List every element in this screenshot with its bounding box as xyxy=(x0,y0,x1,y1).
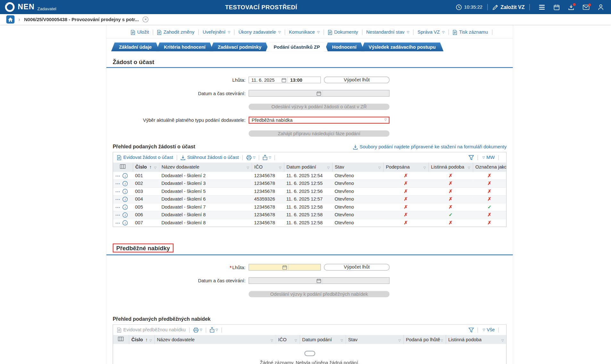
toolbar-item[interactable]: Uložit ▽ xyxy=(127,29,153,35)
toolbar-item[interactable]: Nestandardní stav ▽ xyxy=(362,29,413,35)
column-header[interactable]: ▽ Číslo ↑ xyxy=(133,162,159,171)
info-icon[interactable]: i xyxy=(123,212,128,218)
toolbar-item[interactable]: Zahodit změny ▽ xyxy=(153,29,198,35)
calendar-icon[interactable] xyxy=(280,78,287,82)
row-menu-icon[interactable]: ••• xyxy=(115,221,120,225)
print-options-caret-icon[interactable]: ▽ xyxy=(253,156,255,159)
filter-caret-icon[interactable]: ▽ xyxy=(441,339,443,342)
deadline-time-value[interactable]: 13:00 xyxy=(287,77,320,83)
filter-caret-icon[interactable]: ▽ xyxy=(154,166,157,170)
close-tab-icon[interactable]: ✕ xyxy=(143,16,148,22)
info-icon[interactable]: i xyxy=(123,220,128,226)
calc-deadlines-button[interactable]: Výpočet lhůt xyxy=(324,264,390,271)
print-button[interactable] xyxy=(193,327,199,333)
tab[interactable]: Hodnocení xyxy=(324,42,364,51)
column-header[interactable]: ▽ Podepsána ↑ xyxy=(383,162,428,171)
column-header[interactable]: ▽ IČO ↑ xyxy=(276,335,300,344)
row-menu-icon[interactable]: ••• xyxy=(115,205,120,209)
filter-caret-icon[interactable]: ▽ xyxy=(295,339,297,342)
profile-button[interactable] xyxy=(598,4,604,10)
column-header[interactable]: ▽ Stav ↑ xyxy=(332,162,383,171)
column-header[interactable]: ▽ IČO ↑ xyxy=(252,162,284,171)
export-button[interactable] xyxy=(210,327,214,333)
export-options-caret-icon[interactable]: ▽ xyxy=(216,328,218,332)
messages-button[interactable] xyxy=(583,4,590,10)
info-icon[interactable]: i xyxy=(123,205,128,210)
table-row[interactable]: •••i 006 Dodavatel - školení 8 12345678 … xyxy=(113,211,506,219)
row-menu-icon[interactable]: ••• xyxy=(115,182,120,186)
filter-caret-icon[interactable]: ▽ xyxy=(501,339,504,342)
filter-icon[interactable] xyxy=(468,155,474,160)
export-button[interactable] xyxy=(263,155,268,160)
calendar-button[interactable] xyxy=(554,4,559,10)
tab[interactable]: Základní údaje xyxy=(111,42,160,51)
deadline-date-value[interactable]: 11. 6. 2025 xyxy=(249,77,280,83)
filter-caret-icon[interactable]: ▽ xyxy=(271,339,273,342)
register-request-button[interactable]: Evidovat žádost o účast xyxy=(117,155,173,160)
column-header[interactable]: ▽ Stav ↑ xyxy=(346,335,403,344)
deadline-datetime-input[interactable]: 11. 6. 2025 13:00 xyxy=(249,77,321,83)
home-button[interactable] xyxy=(6,15,15,24)
toolbar-item[interactable]: Dokumenty ▽ xyxy=(324,29,362,35)
tab[interactable]: Kritéria hodnocení xyxy=(156,42,213,51)
table-row[interactable]: •••i 005 Dodavatel - školení 7 12345678 … xyxy=(113,203,506,211)
menu-button[interactable] xyxy=(539,4,545,10)
filter-caret-icon[interactable]: ▽ xyxy=(279,166,282,170)
filter-caret-icon[interactable]: ▽ xyxy=(247,166,249,170)
filter-caret-icon[interactable]: ▽ xyxy=(424,166,426,170)
column-header[interactable]: ▽ Podaná po lhůtě ↑ xyxy=(403,335,446,344)
tab[interactable]: Podání účastníků ZP xyxy=(266,42,328,51)
table-row[interactable]: •••i 007 Dodavatel - školení 8 12345678 … xyxy=(113,219,506,227)
brand-home-link[interactable]: NEN Zadavatel xyxy=(5,2,56,12)
downloads-button[interactable] xyxy=(568,4,574,10)
filter-caret-icon[interactable]: ▽ xyxy=(468,166,470,170)
submission-files-link[interactable]: Soubory podání najdete připravené ke sta… xyxy=(353,144,507,150)
toolbar-item[interactable]: Uveřejnění ▽ xyxy=(198,29,234,35)
tab[interactable]: Výsledek zadávacího postupu xyxy=(361,42,443,51)
filter-caret-icon[interactable]: ▽ xyxy=(149,339,152,342)
view-selector[interactable]: Vše xyxy=(487,327,495,333)
toolbar-item[interactable]: Správa VZ ▽ xyxy=(413,29,449,35)
view-selector[interactable]: MW xyxy=(486,155,495,160)
column-chooser-button[interactable] xyxy=(113,335,129,344)
calendar-icon[interactable] xyxy=(281,265,288,270)
column-header[interactable]: ▽ Číslo ↑ xyxy=(129,335,154,344)
column-header[interactable]: ▽ Název dodavatele ↑ xyxy=(159,162,252,171)
filter-caret-icon[interactable]: ▽ xyxy=(327,166,330,170)
column-header[interactable]: ▽ Listinná podoba ↑ xyxy=(446,335,506,344)
view-caret-icon[interactable]: ▽ xyxy=(483,328,485,332)
column-chooser-button[interactable] xyxy=(113,162,133,171)
view-caret-icon[interactable]: ▽ xyxy=(483,156,485,159)
row-menu-icon[interactable]: ••• xyxy=(115,213,120,217)
submission-type-select[interactable]: Předběžná nabídka ▽ xyxy=(249,116,390,123)
column-header[interactable]: ▽ Datum podání ↑ xyxy=(300,335,345,344)
column-header[interactable]: ▽ Název dodavatele ↑ xyxy=(154,335,276,344)
info-icon[interactable]: i xyxy=(123,173,128,178)
column-header[interactable]: ▽ Datum podání ↑ xyxy=(284,162,332,171)
filter-caret-icon[interactable]: ▽ xyxy=(398,339,401,342)
filter-caret-icon[interactable]: ▽ xyxy=(378,166,381,170)
column-header[interactable]: ▽ Označena jako ne ↑ xyxy=(473,162,506,171)
toolbar-item[interactable]: Tisk záznamu ▽ xyxy=(449,29,492,35)
table-row[interactable]: •••i 002 Dodavatel - školení 3 12345678 … xyxy=(113,179,506,187)
tab[interactable]: Zadávací podmínky xyxy=(210,42,269,51)
column-header[interactable]: ▽ Listinná podoba ↑ xyxy=(428,162,473,171)
info-icon[interactable]: i xyxy=(123,181,128,186)
toolbar-item[interactable]: Úkony zadavatele ▽ xyxy=(234,29,285,35)
download-requests-button[interactable]: Stáhnout žádosti o účast xyxy=(180,155,239,160)
create-vz-button[interactable]: Založit VZ xyxy=(492,4,524,10)
table-row[interactable]: •••i 001 Dodavatel - školení 2 12345678 … xyxy=(113,172,506,180)
filter-caret-icon[interactable]: ▽ xyxy=(341,339,343,342)
row-menu-icon[interactable]: ••• xyxy=(115,197,120,201)
table-row[interactable]: •••i 004 Dodavatel - školení 6 45359326 … xyxy=(113,195,506,203)
info-icon[interactable]: i xyxy=(123,189,128,194)
print-button[interactable] xyxy=(246,155,252,160)
toolbar-item[interactable]: Komunikace ▽ xyxy=(285,29,324,35)
offers-deadline-datetime-input[interactable] xyxy=(249,264,321,271)
info-icon[interactable]: i xyxy=(123,197,128,202)
row-menu-icon[interactable]: ••• xyxy=(115,190,120,194)
breadcrumb-item[interactable]: N006/25/V00005438 - Provozování prodejny… xyxy=(24,17,139,22)
export-options-caret-icon[interactable]: ▽ xyxy=(269,156,271,159)
calc-deadlines-button[interactable]: Výpočet lhůt xyxy=(324,77,390,83)
row-menu-icon[interactable]: ••• xyxy=(115,174,120,178)
